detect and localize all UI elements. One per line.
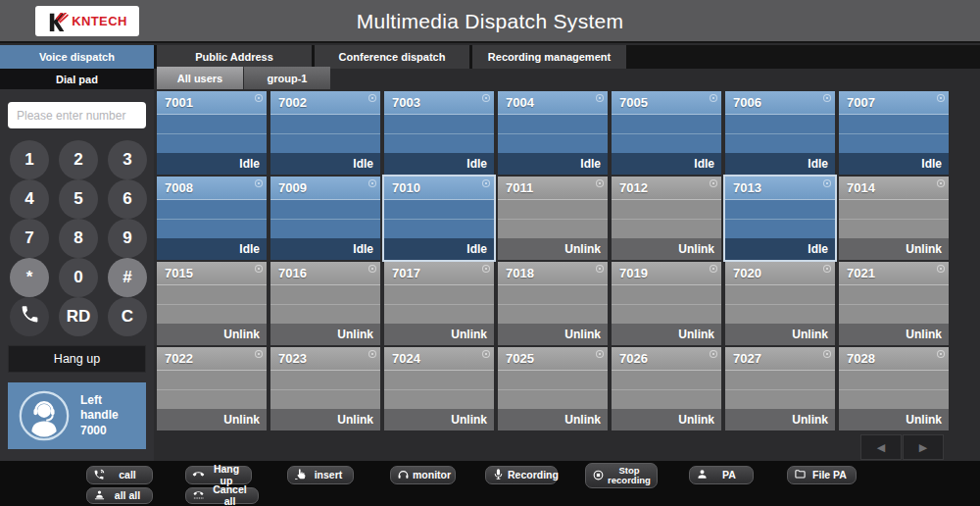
card-band xyxy=(384,305,494,324)
extension-card-7022[interactable]: 7022Unlink xyxy=(157,347,267,430)
card-band xyxy=(384,220,494,238)
status-ring-icon xyxy=(368,265,376,273)
extension-number: 7024 xyxy=(384,351,420,366)
extension-card-7002[interactable]: 7002Idle xyxy=(270,91,380,175)
all-all-button[interactable]: all all xyxy=(86,487,153,504)
key-2[interactable]: 2 xyxy=(59,140,98,179)
card-band xyxy=(839,390,949,409)
card-band xyxy=(612,371,721,390)
extension-status: Unlink xyxy=(384,409,494,430)
card-band xyxy=(157,220,267,238)
tab-recording-management[interactable]: Recording management xyxy=(472,45,626,69)
cancel-all-button[interactable]: Cancel all xyxy=(185,487,259,504)
extension-card-7020[interactable]: 7020Unlink xyxy=(725,262,835,345)
card-band xyxy=(839,285,949,305)
extension-status: Unlink xyxy=(839,324,949,345)
extension-number: 7003 xyxy=(384,95,420,110)
key-6[interactable]: 6 xyxy=(108,179,147,219)
file-pa-button[interactable]: File PA xyxy=(787,466,857,484)
key-0[interactable]: 0 xyxy=(59,258,98,297)
extension-card-7028[interactable]: 7028Unlink xyxy=(839,347,949,430)
main-area: 7001Idle7002Idle7003Idle7004Idle7005Idle… xyxy=(154,89,980,461)
extension-card-body xyxy=(157,200,267,238)
extension-status: Unlink xyxy=(725,324,835,345)
key-9[interactable]: 9 xyxy=(108,219,147,258)
extension-card-7013[interactable]: 7013Idle xyxy=(725,177,835,260)
key-[interactable]: * xyxy=(10,258,49,297)
key-5[interactable]: 5 xyxy=(59,179,98,219)
extension-card-7023[interactable]: 7023Unlink xyxy=(270,347,380,430)
extension-card-body xyxy=(157,285,267,324)
extension-card-7027[interactable]: 7027Unlink xyxy=(725,347,835,430)
extension-card-7004[interactable]: 7004Idle xyxy=(498,91,608,175)
extension-card-7006[interactable]: 7006Idle xyxy=(725,91,835,175)
extension-card-7014[interactable]: 7014Unlink xyxy=(839,177,949,260)
left-handle-panel[interactable]: Lefthandle7000 xyxy=(8,382,146,449)
sidebar-hangup-button[interactable]: Hang up xyxy=(8,345,146,373)
card-band xyxy=(612,134,721,153)
stop-recording-button[interactable]: Stop recording xyxy=(585,463,658,488)
extension-card-7011[interactable]: 7011Unlink xyxy=(498,177,608,260)
recording-button[interactable]: Recording xyxy=(485,466,558,484)
extension-card-7003[interactable]: 7003Idle xyxy=(384,91,494,175)
key-8[interactable]: 8 xyxy=(59,219,98,258)
key-7[interactable]: 7 xyxy=(10,219,49,258)
extension-card-7015[interactable]: 7015Unlink xyxy=(157,262,267,345)
key-1[interactable]: 1 xyxy=(10,140,49,179)
extension-card-7007[interactable]: 7007Idle xyxy=(839,91,949,175)
pagination: ◀ ▶ xyxy=(860,434,944,460)
key-4[interactable]: 4 xyxy=(10,179,49,219)
extension-card-7025[interactable]: 7025Unlink xyxy=(498,347,608,430)
tab-voice-dispatch[interactable]: Voice dispatch xyxy=(0,45,154,69)
status-ring-icon xyxy=(482,179,490,187)
group-tab-all-users[interactable]: All users xyxy=(157,67,243,89)
prev-page-button[interactable]: ◀ xyxy=(860,434,902,460)
extension-card-header: 7024 xyxy=(384,347,494,371)
extension-card-body xyxy=(384,285,494,324)
monitor-button[interactable]: monitor xyxy=(390,466,456,484)
extension-status: Unlink xyxy=(157,324,267,345)
tab-public-address[interactable]: Public Address xyxy=(157,45,312,69)
extension-card-7016[interactable]: 7016Unlink xyxy=(270,262,380,345)
card-band xyxy=(384,390,494,409)
key-call[interactable] xyxy=(10,297,49,336)
tab-conference-dispatch[interactable]: Conference dispatch xyxy=(315,45,469,69)
extension-number: 7013 xyxy=(725,180,761,195)
extension-card-7010[interactable]: 7010Idle xyxy=(384,177,494,260)
call-button[interactable]: call xyxy=(86,466,153,484)
extension-card-7008[interactable]: 7008Idle xyxy=(157,177,267,260)
extension-card-7024[interactable]: 7024Unlink xyxy=(384,347,494,430)
status-ring-icon xyxy=(596,94,604,102)
number-input[interactable] xyxy=(8,102,146,128)
kntech-logo-text: KNTECH xyxy=(72,14,127,28)
extension-card-7018[interactable]: 7018Unlink xyxy=(498,262,608,345)
card-band xyxy=(725,220,835,238)
extension-card-7012[interactable]: 7012Unlink xyxy=(612,177,721,260)
key-3[interactable]: 3 xyxy=(108,140,147,179)
extension-card-7017[interactable]: 7017Unlink xyxy=(384,262,494,345)
extension-card-header: 7010 xyxy=(384,177,494,200)
status-ring-icon xyxy=(368,94,376,102)
extension-card-body xyxy=(725,285,835,324)
key-[interactable]: # xyxy=(108,258,147,297)
extension-card-7005[interactable]: 7005Idle xyxy=(612,91,721,175)
extension-card-7026[interactable]: 7026Unlink xyxy=(612,347,721,430)
card-band xyxy=(384,371,494,390)
key-rd[interactable]: RD xyxy=(59,297,98,336)
card-band xyxy=(498,220,608,238)
card-band xyxy=(725,390,835,409)
extension-card-header: 7022 xyxy=(157,347,267,371)
pa-button[interactable]: PA xyxy=(689,466,754,484)
group-tab-group-1[interactable]: group-1 xyxy=(244,67,330,89)
extension-card-7021[interactable]: 7021Unlink xyxy=(839,262,949,345)
next-page-button[interactable]: ▶ xyxy=(903,434,944,460)
hang-up-button[interactable]: Hang up xyxy=(185,466,252,484)
extension-card-body xyxy=(157,115,267,153)
extension-status: Idle xyxy=(270,238,380,260)
insert-button[interactable]: insert xyxy=(287,466,354,484)
extension-card-7019[interactable]: 7019Unlink xyxy=(612,262,721,345)
extension-card-7009[interactable]: 7009Idle xyxy=(270,177,380,260)
extension-card-7001[interactable]: 7001Idle xyxy=(157,91,267,175)
extension-card-header: 7028 xyxy=(839,347,949,371)
key-c[interactable]: C xyxy=(108,297,147,336)
